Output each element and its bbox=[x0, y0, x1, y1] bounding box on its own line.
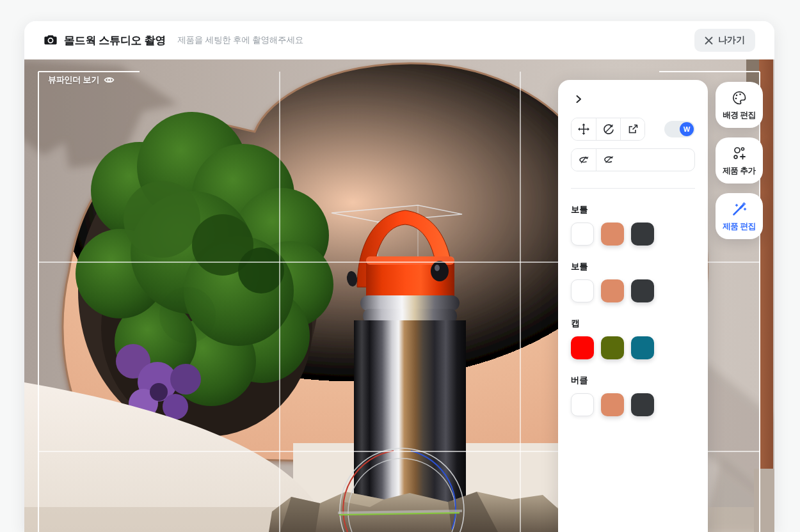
viewfinder-toggle[interactable]: 뷰파인더 보기 bbox=[48, 74, 115, 86]
scale-tool-button[interactable] bbox=[620, 118, 644, 140]
background-edit-button[interactable]: 배경 편집 bbox=[716, 82, 763, 128]
studio-canvas[interactable]: 뷰파인더 보기 bbox=[24, 59, 774, 532]
chevron-right-icon bbox=[573, 94, 584, 104]
add-product-button[interactable]: 제품 추가 bbox=[716, 137, 763, 184]
part-label: 보틀 bbox=[571, 261, 695, 272]
color-swatch-white[interactable] bbox=[571, 223, 594, 246]
viewfinder-label: 뷰파인더 보기 bbox=[48, 74, 99, 86]
color-swatch-salmon[interactable] bbox=[601, 279, 624, 302]
product-tool-panel: W bbox=[558, 80, 708, 532]
studio-window: 몰드웍 스튜디오 촬영 제품을 세팅한 후에 촬영해주세요 나가기 bbox=[24, 21, 774, 532]
color-swatch-teal[interactable] bbox=[631, 336, 654, 359]
page-title: 몰드웍 스튜디오 촬영 bbox=[64, 33, 166, 48]
rotate-tool-group bbox=[571, 148, 695, 171]
rotate-x-icon bbox=[602, 153, 615, 166]
edit-actions-column: 배경 편집 제품 추가 제품 편집 bbox=[716, 82, 763, 239]
rotate-y-icon bbox=[577, 153, 590, 166]
color-swatch-charcoal[interactable] bbox=[631, 223, 654, 246]
gizmo-space-toggle[interactable]: W bbox=[664, 121, 695, 137]
color-swatch-salmon[interactable] bbox=[601, 393, 624, 416]
color-swatch-white[interactable] bbox=[571, 279, 594, 302]
camera-icon bbox=[44, 33, 58, 47]
palette-icon bbox=[731, 90, 748, 106]
add-product-icon bbox=[731, 145, 748, 162]
button-label: 배경 편집 bbox=[723, 110, 755, 121]
color-swatch-white[interactable] bbox=[571, 393, 594, 416]
part-label: 캡 bbox=[571, 318, 695, 329]
eye-icon bbox=[104, 75, 115, 84]
scale-icon bbox=[627, 123, 639, 136]
button-label: 제품 추가 bbox=[723, 166, 755, 176]
product-edit-button[interactable]: 제품 편집 bbox=[716, 193, 763, 239]
exit-button[interactable]: 나가기 bbox=[694, 29, 755, 52]
header-bar: 몰드웍 스튜디오 촬영 제품을 세팅한 후에 촬영해주세요 나가기 bbox=[24, 21, 774, 59]
color-swatch-salmon[interactable] bbox=[601, 223, 624, 246]
transform-tool-group bbox=[571, 118, 645, 141]
swatch-section-bottle-2: 보틀 bbox=[571, 261, 695, 302]
move-icon bbox=[577, 123, 590, 136]
right-floor bbox=[754, 469, 774, 532]
color-swatch-olive[interactable] bbox=[601, 336, 624, 359]
panel-collapse-button[interactable] bbox=[571, 91, 586, 109]
swatch-section-buckle: 버클 bbox=[571, 375, 695, 416]
color-swatch-charcoal[interactable] bbox=[631, 279, 654, 302]
panel-divider bbox=[571, 188, 695, 189]
product-bottle[interactable] bbox=[346, 210, 466, 524]
page-subtitle: 제품을 세팅한 후에 촬영해주세요 bbox=[177, 35, 303, 46]
part-label: 버클 bbox=[571, 375, 695, 386]
button-label: 제품 편집 bbox=[723, 221, 755, 232]
rotate-3d-icon bbox=[602, 123, 615, 136]
swatch-section-bottle-1: 보틀 bbox=[571, 204, 695, 246]
rotate-x-tool-button[interactable] bbox=[596, 149, 620, 171]
color-swatch-charcoal[interactable] bbox=[631, 393, 654, 416]
color-swatch-red[interactable] bbox=[571, 336, 594, 359]
part-label: 보틀 bbox=[571, 204, 695, 215]
rotate-y-tool-button[interactable] bbox=[572, 149, 596, 171]
magic-wand-icon bbox=[731, 201, 748, 217]
close-icon bbox=[705, 36, 713, 45]
toggle-knob: W bbox=[680, 122, 694, 136]
exit-label: 나가기 bbox=[718, 35, 745, 46]
neck-ring-1 bbox=[360, 295, 460, 311]
swatch-section-cap: 캡 bbox=[571, 318, 695, 359]
move-tool-button[interactable] bbox=[572, 118, 596, 140]
buckle-right bbox=[431, 261, 449, 281]
rotate-3d-tool-button[interactable] bbox=[596, 118, 620, 140]
